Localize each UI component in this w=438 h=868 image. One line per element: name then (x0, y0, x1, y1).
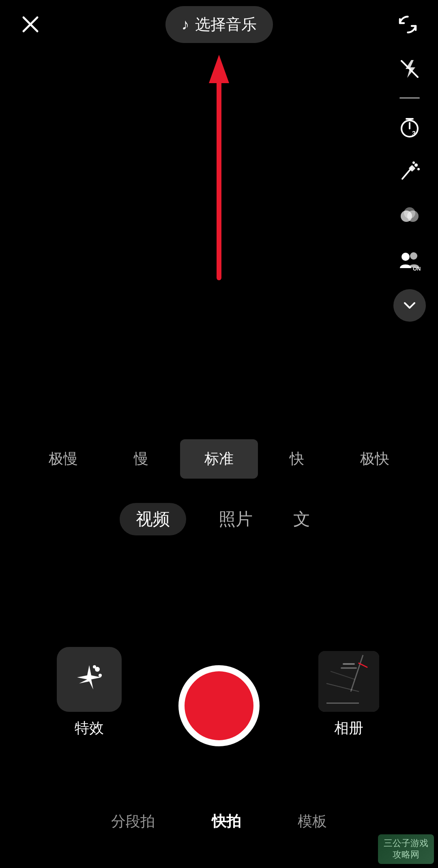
flip-camera-button[interactable] (393, 10, 422, 39)
album-thumbnail (318, 651, 379, 712)
mode-selector: 视频 照片 文 (0, 503, 438, 535)
svg-point-21 (99, 674, 102, 677)
effects-label: 特效 (75, 718, 104, 738)
right-toolbar: 3 ON (393, 53, 426, 322)
collab-button[interactable]: ON (393, 245, 426, 277)
music-select-button[interactable]: ♪ 选择音乐 (165, 6, 273, 43)
bottom-controls: 特效 相册 (0, 647, 438, 746)
album-thumbnail-inner (318, 651, 379, 712)
speed-item-slow[interactable]: 慢 (102, 439, 180, 479)
svg-rect-23 (318, 651, 379, 712)
watermark: 三公子游戏 攻略网 (378, 834, 434, 864)
tutorial-arrow (207, 47, 231, 282)
mode-text[interactable]: 文 (285, 504, 318, 535)
album-label: 相册 (334, 718, 363, 738)
mode-photo[interactable]: 照片 (210, 504, 261, 535)
watermark-line1: 三公子游戏 (384, 838, 428, 849)
svg-point-22 (93, 665, 96, 668)
svg-text:ON: ON (413, 266, 421, 272)
timer-button[interactable]: 3 (393, 111, 426, 143)
music-icon: ♪ (182, 16, 189, 33)
toolbar-divider (399, 97, 420, 99)
beauty-button[interactable] (393, 155, 426, 188)
music-label: 选择音乐 (195, 14, 257, 35)
mode-video[interactable]: 视频 (120, 503, 186, 535)
watermark-line2: 攻略网 (393, 849, 419, 861)
effects-icon (57, 647, 122, 712)
speed-item-fast[interactable]: 快 (258, 439, 336, 479)
effects-button[interactable]: 特效 (24, 647, 154, 746)
svg-point-11 (412, 161, 415, 164)
flash-button[interactable] (393, 53, 426, 85)
svg-point-15 (402, 253, 410, 261)
close-button[interactable] (16, 10, 45, 39)
svg-line-7 (402, 168, 411, 179)
speed-item-very-fast[interactable]: 极快 (336, 439, 414, 479)
svg-point-16 (410, 252, 417, 260)
more-options-button[interactable] (393, 289, 426, 322)
speed-selector: 极慢 慢 标准 快 极快 (0, 439, 438, 479)
nav-template[interactable]: 模板 (290, 808, 335, 836)
top-bar: ♪ 选择音乐 (0, 0, 438, 49)
svg-point-10 (417, 168, 420, 170)
nav-quick-shot[interactable]: 快拍 (204, 808, 249, 836)
record-button-wrap (154, 665, 284, 746)
album-button[interactable]: 相册 (284, 651, 414, 746)
speed-item-normal[interactable]: 标准 (180, 439, 258, 479)
nav-segmented-shot[interactable]: 分段拍 (103, 808, 163, 836)
record-button[interactable] (178, 665, 260, 746)
svg-point-9 (414, 163, 418, 167)
svg-point-14 (404, 207, 415, 219)
filter-button[interactable] (393, 200, 426, 232)
svg-text:3: 3 (412, 130, 416, 137)
bottom-nav: 分段拍 快拍 模板 (0, 808, 438, 836)
svg-marker-19 (209, 55, 229, 83)
svg-rect-28 (343, 663, 355, 665)
record-inner (185, 671, 253, 740)
speed-item-very-slow[interactable]: 极慢 (24, 439, 102, 479)
svg-rect-29 (341, 667, 357, 669)
